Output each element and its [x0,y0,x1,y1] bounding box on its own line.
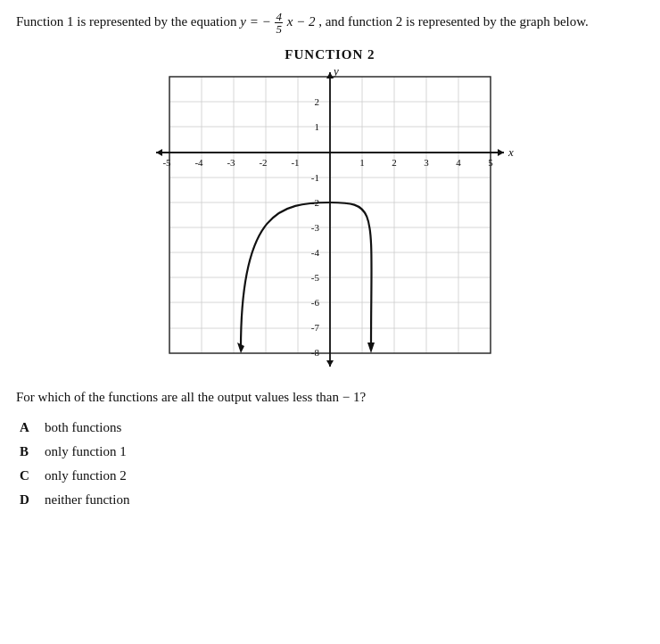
svg-text:-8: -8 [311,347,320,358]
svg-text:-6: -6 [311,297,320,308]
option-c: C only function 2 [20,468,644,483]
svg-marker-28 [326,72,334,78]
graph-section: FUNCTION 2 [16,47,644,371]
svg-text:2: 2 [315,96,320,107]
option-c-letter: C [20,468,32,483]
option-a-letter: A [20,420,32,435]
intro2-text: , and function 2 is represented by the g… [318,14,589,29]
problem-statement: Function 1 is represented by the equatio… [16,11,644,35]
answer-choices: A both functions B only function 1 C onl… [20,420,644,508]
graph-container: x y -5 -4 -3 -2 -1 1 2 3 4 5 2 1 -1 -2 -… [143,68,517,371]
graph-title: FUNCTION 2 [285,47,375,62]
svg-text:-2: -2 [259,157,267,168]
x-axis-label: x [507,145,514,159]
svg-text:-5: -5 [162,157,171,168]
option-c-text: only function 2 [45,468,127,483]
svg-text:1: 1 [359,157,365,168]
svg-marker-26 [498,149,504,156]
function2-graph: x y -5 -4 -3 -2 -1 1 2 3 4 5 2 1 -1 -2 -… [143,68,517,371]
svg-text:-1: -1 [291,157,299,168]
option-b-letter: B [20,444,32,459]
option-b-text: only function 1 [45,444,127,459]
option-a-text: both functions [45,420,121,435]
option-b: B only function 1 [20,444,644,459]
option-d-text: neither function [45,492,129,508]
svg-marker-25 [156,149,162,156]
parabola-curve [241,202,372,349]
svg-text:-5: -5 [311,272,320,283]
svg-text:-4: -4 [311,247,320,258]
svg-text:4: 4 [456,157,461,168]
option-d: D neither function [20,492,644,508]
svg-text:3: 3 [424,157,429,168]
svg-text:2: 2 [392,157,397,168]
svg-text:-3: -3 [227,157,235,168]
svg-text:5: 5 [488,157,493,168]
y-axis-label: y [332,68,339,78]
intro-text: Function 1 is represented by the equatio… [16,14,240,29]
svg-text:-4: -4 [194,157,203,168]
option-d-letter: D [20,492,32,508]
question-text: For which of the functions are all the o… [16,387,644,408]
svg-marker-29 [326,360,334,367]
svg-text:-1: -1 [311,172,319,183]
svg-text:-3: -3 [311,222,320,233]
right-arrow [367,343,375,353]
svg-text:1: 1 [315,121,320,132]
svg-text:-7: -7 [311,322,320,333]
option-a: A both functions [20,420,644,435]
equation: y = − 4 5 x − 2 [240,14,318,29]
